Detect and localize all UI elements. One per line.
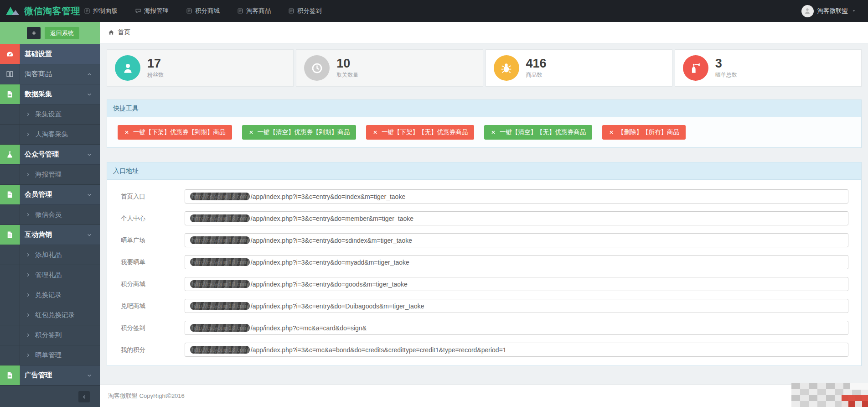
sidebar-item[interactable]: 淘客商品 — [0, 64, 100, 84]
sidebar-item-label: 采集设置 — [35, 110, 62, 119]
sidebar-collapse-button[interactable] — [78, 391, 90, 402]
stat-value: 17 — [147, 57, 164, 70]
user-menu[interactable]: 淘客微联盟 — [801, 5, 868, 17]
top-menu-item-label: 积分商城 — [195, 7, 220, 15]
url-input[interactable]: http://cs.youqi18.com /app/index.php?i=3… — [185, 189, 848, 204]
sidebar-item[interactable]: 采集设置 — [0, 104, 100, 125]
sidebar-item-label: 微信会员 — [35, 210, 62, 219]
top-menu-item[interactable]: 积分商城 — [186, 7, 220, 15]
url-input[interactable]: http://cs.youqi18.com /app/index.php?i=3… — [185, 299, 848, 313]
username: 淘客微联盟 — [817, 7, 848, 15]
list-icon — [288, 8, 294, 14]
entry-label: 积分签到 — [121, 324, 185, 332]
top-menu-item-label: 淘客商品 — [246, 7, 271, 15]
sidebar-item[interactable]: 红包兑换记录 — [0, 305, 100, 325]
person-icon — [804, 7, 811, 15]
stat-value: 10 — [336, 57, 358, 70]
tool-button[interactable]: 一键【下架】【无】优惠券商品 — [366, 125, 474, 140]
top-menu-item[interactable]: 积分签到 — [288, 7, 322, 15]
url-path: /app/index.php?c=mc&a=card&do=sign& — [251, 324, 367, 332]
caret-down-icon — [87, 232, 92, 238]
tool-button[interactable]: 一键【清空】优惠券【到期】商品 — [242, 125, 356, 140]
file-text-icon — [6, 231, 14, 239]
sidebar-item[interactable]: 广告管理 — [0, 365, 100, 386]
sidebar-item-label: 淘客商品 — [25, 70, 52, 78]
tool-button[interactable]: 【删除】【所有】商品 — [602, 125, 686, 140]
sidebar-item[interactable]: 互动营销 — [0, 225, 100, 245]
url-input[interactable]: http://cs.youqi18.com /app/index.php?i=3… — [185, 233, 848, 247]
chevron-right-icon — [26, 313, 31, 318]
logo-mountain-icon — [5, 5, 21, 16]
caret-up-icon — [87, 72, 92, 77]
x-icon — [609, 130, 614, 135]
sidebar-item[interactable]: 积分签到 — [0, 325, 100, 345]
entry-label: 我要晒单 — [121, 258, 185, 266]
return-system-button[interactable]: 返回系统 — [45, 27, 79, 39]
quick-tools-body: 一键【下架】优惠券【到期】商品 一键【清空】优惠券【到期】商品 一键【下架】【无… — [107, 117, 861, 147]
entry-row: 我要晒单 http://cs.youqi18.com /app/index.ph… — [121, 255, 848, 269]
sidebar-item-icon-cell — [0, 345, 20, 365]
plus-icon — [31, 30, 37, 36]
sidebar-item[interactable]: 晒单管理 — [0, 345, 100, 365]
chevron-right-icon — [26, 132, 31, 137]
url-path: /app/index.php?i=3&c=mc&a=bond&do=credit… — [251, 346, 506, 354]
entry-label: 个人中心 — [121, 214, 185, 223]
url-input[interactable]: http://cs.youqi18.com /app/index.php?i=3… — [185, 343, 848, 357]
chevron-right-icon — [26, 272, 31, 277]
entry-row: 积分签到 http://cs.youqi18.com /app/index.ph… — [121, 321, 848, 335]
chevron-right-icon — [26, 252, 31, 257]
entry-label: 首页入口 — [121, 193, 185, 201]
sidebar-menu: 基础设置 淘客商品 数据采集 — [0, 44, 100, 386]
app-logo[interactable]: 微信淘客管理 — [0, 5, 81, 17]
fire-extinguisher-icon — [689, 62, 702, 74]
panel-title: 快捷工具 — [107, 100, 861, 117]
list-icon — [186, 8, 192, 14]
list-icon — [84, 8, 90, 14]
entry-row: 积分商城 http://cs.youqi18.com /app/index.ph… — [121, 277, 848, 291]
stat-icon-circle — [115, 55, 140, 81]
sidebar-item[interactable]: 公众号管理 — [0, 145, 100, 165]
entry-row: 晒单广场 http://cs.youqi18.com /app/index.ph… — [121, 233, 848, 247]
stat-label: 商品数 — [526, 71, 547, 79]
entry-label: 我的积分 — [121, 346, 185, 354]
top-menu-item[interactable]: 海报管理 — [135, 7, 169, 15]
entry-label: 兑吧商城 — [121, 302, 185, 310]
url-input[interactable]: http://cs.youqi18.com /app/index.php?c=m… — [185, 321, 848, 335]
chevron-left-icon — [82, 394, 87, 400]
sidebar-item[interactable]: 添加礼品 — [0, 245, 100, 265]
stat-label: 晒单总数 — [715, 71, 737, 79]
breadcrumb: 首页 — [100, 22, 868, 43]
sidebar-item[interactable]: 海报管理 — [0, 165, 100, 185]
list-icon — [237, 8, 243, 14]
url-input[interactable]: http://cs.youqi18.com /app/index.php?i=3… — [185, 211, 848, 225]
url-input[interactable]: http://cs.youqi18.com /app/index.php?i=3… — [185, 277, 848, 291]
tool-button[interactable]: 一键【下架】优惠券【到期】商品 — [118, 125, 232, 140]
tool-button[interactable]: 一键【清空】【无】优惠券商品 — [484, 125, 592, 140]
top-menu-item[interactable]: 淘客商品 — [237, 7, 271, 15]
stat-icon-circle — [304, 55, 330, 81]
sidebar-item-label: 积分签到 — [35, 331, 62, 339]
sidebar-item[interactable]: 会员管理 — [0, 185, 100, 205]
add-button[interactable] — [27, 27, 41, 39]
sidebar-item[interactable]: 兑换记录 — [0, 285, 100, 305]
copyright-text: 淘客微联盟 CopyRight©2016 — [108, 392, 185, 400]
sidebar-item[interactable]: 管理礼品 — [0, 265, 100, 285]
url-input[interactable]: http://cs.youqi18.com /app/index.php?i=3… — [185, 255, 848, 269]
sidebar-item-label: 红包兑换记录 — [35, 311, 75, 319]
person-icon — [122, 62, 134, 74]
chevron-right-icon — [26, 353, 31, 358]
sidebar-item[interactable]: 大淘客采集 — [0, 125, 100, 145]
top-menu: 控制面版 海报管理 积分商城 淘客商品 积分签到 — [84, 7, 322, 15]
sidebar-item[interactable]: 基础设置 — [0, 44, 100, 64]
sidebar-item[interactable]: 微信会员 — [0, 205, 100, 225]
stat-icon-circle — [494, 55, 519, 81]
caret-down-icon — [87, 92, 92, 97]
caret-down-icon — [87, 373, 92, 378]
sidebar-item[interactable]: 数据采集 — [0, 84, 100, 104]
breadcrumb-home[interactable]: 首页 — [118, 28, 130, 37]
caret-down-icon — [852, 9, 856, 13]
stat-label: 粉丝数 — [147, 71, 164, 79]
top-menu-item[interactable]: 控制面版 — [84, 7, 118, 15]
tool-button-label: 一键【清空】优惠券【到期】商品 — [258, 128, 350, 136]
sidebar-item-label: 海报管理 — [35, 170, 62, 179]
